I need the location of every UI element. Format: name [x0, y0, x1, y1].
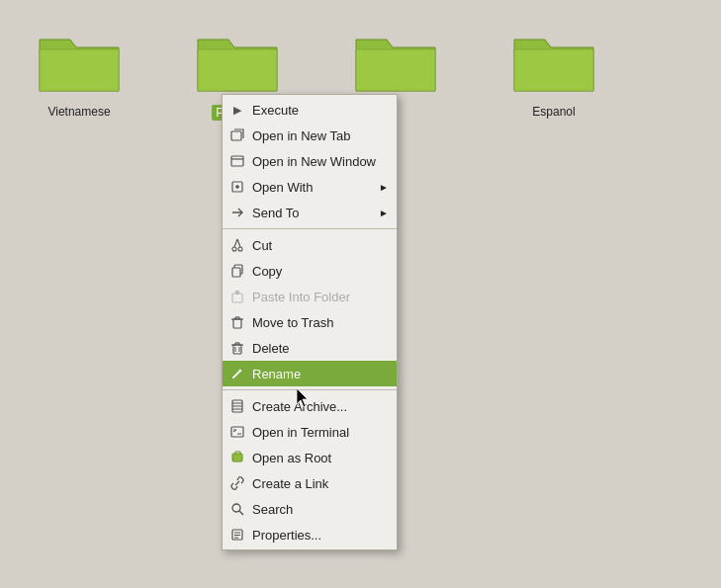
menu-label-open-new-tab: Open in New Tab — [252, 128, 389, 143]
menu-label-create-archive: Create Archive... — [252, 399, 389, 414]
svg-line-35 — [239, 511, 243, 515]
menu-item-send-to[interactable]: Send To ► — [223, 200, 397, 225]
menu-label-delete: Delete — [252, 341, 389, 356]
menu-label-rename: Rename — [252, 367, 389, 381]
search-icon — [228, 500, 246, 518]
svg-rect-0 — [231, 131, 241, 140]
menu-item-open-with[interactable]: Open With ► — [223, 174, 397, 200]
menu-item-properties[interactable]: Properties... — [223, 522, 397, 547]
properties-icon — [228, 526, 246, 544]
menu-item-rename[interactable]: Rename — [223, 361, 397, 386]
folder-label-espanol: Espanol — [532, 105, 575, 119]
svg-rect-11 — [232, 268, 240, 277]
svg-rect-12 — [232, 294, 242, 302]
menu-label-copy: Copy — [252, 264, 389, 279]
rename-icon — [228, 365, 246, 382]
menu-item-search[interactable]: Search — [223, 496, 397, 522]
menu-label-cut: Cut — [252, 238, 389, 253]
folder-espanol[interactable]: Espanol — [504, 20, 603, 119]
separator-1 — [223, 228, 397, 229]
terminal-icon — [228, 423, 246, 441]
folder-icon-espanol — [509, 20, 598, 99]
sendto-arrow: ► — [379, 208, 389, 218]
copy-icon — [228, 262, 246, 280]
menu-label-terminal: Open in Terminal — [252, 425, 389, 440]
menu-label-paste: Paste Into Folder — [252, 290, 389, 304]
svg-point-7 — [238, 247, 242, 251]
menu-label-execute: Execute — [252, 103, 389, 118]
execute-icon: ▶ — [228, 101, 246, 119]
svg-rect-33 — [232, 454, 242, 462]
folder-icon-pictures — [193, 20, 282, 99]
separator-2 — [223, 389, 397, 390]
svg-rect-1 — [231, 156, 243, 166]
root-icon — [228, 449, 246, 466]
svg-rect-31 — [231, 427, 243, 437]
trash-icon — [228, 313, 246, 331]
menu-label-search: Search — [252, 502, 389, 517]
openwith-arrow: ► — [379, 182, 389, 193]
desktop: Vietnamese Pictures — [0, 0, 721, 588]
menu-item-terminal[interactable]: Open in Terminal — [223, 419, 397, 445]
svg-point-6 — [232, 247, 236, 251]
svg-line-9 — [237, 239, 240, 247]
folder-label-vietnamese: Vietnamese — [47, 105, 110, 119]
menu-item-cut[interactable]: Cut — [223, 232, 397, 258]
archive-icon — [228, 397, 246, 415]
menu-label-trash: Move to Trash — [252, 315, 389, 330]
menu-label-open-new-window: Open in New Window — [252, 154, 389, 169]
delete-icon — [228, 339, 246, 357]
context-menu: ▶ Execute Open in New Tab Open in New Wi… — [222, 94, 398, 550]
menu-label-properties: Properties... — [252, 528, 389, 543]
menu-item-create-archive[interactable]: Create Archive... — [223, 393, 397, 419]
folder-vietnamese[interactable]: Vietnamese — [30, 20, 129, 119]
folder-icon-3 — [351, 20, 440, 99]
menu-item-copy[interactable]: Copy — [223, 258, 397, 284]
paste-icon — [228, 288, 246, 305]
newwindow-icon — [228, 152, 246, 170]
menu-label-open-with: Open With — [252, 180, 379, 195]
svg-rect-19 — [233, 345, 241, 354]
menu-item-delete[interactable]: Delete — [223, 335, 397, 361]
svg-line-8 — [234, 239, 237, 247]
menu-item-execute[interactable]: ▶ Execute — [223, 97, 397, 123]
svg-rect-13 — [235, 291, 239, 294]
menu-item-create-link[interactable]: Create a Link — [223, 470, 397, 496]
openwith-icon — [228, 178, 246, 196]
cut-icon — [228, 236, 246, 254]
menu-item-trash[interactable]: Move to Trash — [223, 309, 397, 335]
newtab-icon — [228, 126, 246, 144]
folder-icon-vietnamese — [35, 20, 124, 99]
menu-item-paste: Paste Into Folder — [223, 284, 397, 309]
menu-label-root: Open as Root — [252, 451, 389, 465]
svg-rect-14 — [233, 319, 241, 328]
menu-label-send-to: Send To — [252, 206, 379, 220]
svg-point-34 — [232, 504, 240, 512]
menu-item-open-new-window[interactable]: Open in New Window — [223, 148, 397, 174]
menu-item-root[interactable]: Open as Root — [223, 445, 397, 470]
link-icon — [228, 474, 246, 492]
menu-label-create-link: Create a Link — [252, 476, 389, 491]
folder-3[interactable] — [346, 20, 445, 105]
sendto-icon — [228, 204, 246, 221]
menu-item-open-new-tab[interactable]: Open in New Tab — [223, 123, 397, 148]
